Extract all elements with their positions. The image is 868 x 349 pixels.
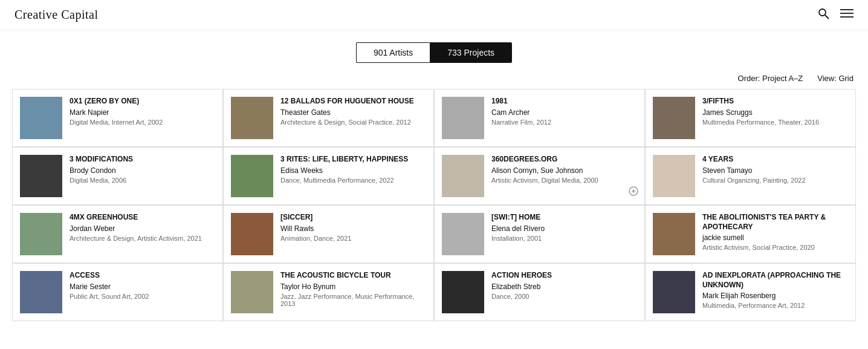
project-artist: Alison Cornyn, Sue Johnson: [491, 166, 637, 175]
project-card[interactable]: 12 BALLADS FOR HUGUENOT HOUSETheaster Ga…: [223, 89, 434, 147]
project-meta: Architecture & Design, Social Practice, …: [280, 119, 426, 126]
project-thumbnail: [20, 155, 62, 197]
project-card[interactable]: AD INEXPLORATA (APPROACHING THE UNKNOWN)…: [645, 263, 856, 321]
header-icons: [817, 7, 853, 22]
project-info: 1981Cam ArcherNarrative Film, 2012: [491, 97, 637, 126]
project-title: ACCESS: [70, 271, 215, 281]
project-info: 12 BALLADS FOR HUGUENOT HOUSETheaster Ga…: [280, 97, 426, 126]
project-meta: Narrative Film, 2012: [491, 119, 637, 126]
project-meta: Public Art, Sound Art, 2002: [70, 293, 215, 300]
project-thumbnail: [20, 97, 62, 139]
project-meta: Digital Media, Internet Art, 2002: [70, 119, 215, 126]
project-info: 0X1 (ZERO BY ONE)Mark NapierDigital Medi…: [70, 97, 215, 126]
project-info: THE ABOLITIONIST'S TEA PARTY & APOTHECAR…: [702, 213, 848, 251]
project-thumbnail: [231, 155, 273, 197]
project-thumbnail: [653, 271, 695, 313]
search-icon[interactable]: [817, 7, 829, 22]
logo: Creative Capital: [15, 8, 99, 22]
project-title: [SWI:T] HOME: [491, 213, 637, 223]
project-thumbnail: [653, 213, 695, 255]
project-card[interactable]: THE ABOLITIONIST'S TEA PARTY & APOTHECAR…: [645, 205, 856, 263]
project-artist: Steven Tamayo: [702, 166, 848, 175]
project-thumbnail: [442, 97, 484, 139]
project-meta: Multimedia, Performance Art, 2012: [702, 302, 848, 309]
menu-icon[interactable]: [840, 8, 853, 21]
project-info: 4 YEARSSteven TamayoCultural Organizing,…: [702, 155, 848, 184]
project-title: 12 BALLADS FOR HUGUENOT HOUSE: [280, 97, 426, 106]
project-title: AD INEXPLORATA (APPROACHING THE UNKNOWN): [702, 271, 848, 290]
project-info: 4MX GREENHOUSEJordan WeberArchitecture &…: [70, 213, 215, 242]
project-thumbnail: [231, 271, 273, 313]
project-title: THE ABOLITIONIST'S TEA PARTY & APOTHECAR…: [702, 213, 848, 232]
tab-artists[interactable]: 901 Artists: [356, 42, 430, 63]
toolbar: Order: Project A–Z View: Grid: [0, 74, 868, 89]
order-control[interactable]: Order: Project A–Z: [738, 74, 803, 83]
project-meta: Animation, Dance, 2021: [280, 235, 426, 242]
project-card[interactable]: 3 MODIFICATIONSBrody CondonDigital Media…: [12, 147, 223, 205]
project-thumbnail: [20, 271, 62, 313]
project-card[interactable]: 3 RITES: LIFE, LIBERTY, HAPPINESSEdisa W…: [223, 147, 434, 205]
project-title: 3 MODIFICATIONS: [70, 155, 215, 165]
project-info: 3/FIFTHSJames ScruggsMultimedia Performa…: [702, 97, 848, 126]
project-card[interactable]: 3/FIFTHSJames ScruggsMultimedia Performa…: [645, 89, 856, 147]
project-info: ACCESSMarie SesterPublic Art, Sound Art,…: [70, 271, 215, 300]
project-card[interactable]: 4MX GREENHOUSEJordan WeberArchitecture &…: [12, 205, 223, 263]
project-card[interactable]: [SICCER]Will RawlsAnimation, Dance, 2021: [223, 205, 434, 263]
project-thumbnail: [442, 155, 484, 197]
project-title: 3/FIFTHS: [702, 97, 848, 106]
project-title: 1981: [491, 97, 637, 106]
project-card[interactable]: 4 YEARSSteven TamayoCultural Organizing,…: [645, 147, 856, 205]
tab-bar: 901 Artists 733 Projects: [0, 30, 868, 74]
project-artist: James Scruggs: [702, 108, 848, 117]
project-info: [SWI:T] HOMEElena del RiveroInstallation…: [491, 213, 637, 242]
project-title: ACTION HEROES: [491, 271, 637, 281]
project-card[interactable]: THE ACOUSTIC BICYCLE TOURTaylor Ho Bynum…: [223, 263, 434, 321]
project-meta: Artistic Activism, Social Practice, 2020: [702, 244, 848, 251]
project-card[interactable]: 360DEGREES.ORGAlison Cornyn, Sue Johnson…: [434, 147, 645, 205]
project-meta: Jazz, Jazz Performance, Music Performanc…: [280, 293, 426, 307]
project-meta: Multimedia Performance, Theater, 2016: [702, 119, 848, 126]
project-title: 4 YEARS: [702, 155, 848, 165]
project-info: 360DEGREES.ORGAlison Cornyn, Sue Johnson…: [491, 155, 637, 184]
project-thumbnail: [653, 97, 695, 139]
project-thumbnail: [20, 213, 62, 255]
project-info: 3 RITES: LIFE, LIBERTY, HAPPINESSEdisa W…: [280, 155, 426, 184]
project-thumbnail: [231, 213, 273, 255]
project-artist: Jordan Weber: [70, 224, 215, 233]
project-meta: Installation, 2001: [491, 235, 637, 242]
tab-projects[interactable]: 733 Projects: [430, 42, 512, 63]
project-artist: Brody Condon: [70, 166, 215, 175]
project-title: [SICCER]: [280, 213, 426, 223]
project-thumbnail: [653, 155, 695, 197]
project-title: 4MX GREENHOUSE: [70, 213, 215, 223]
svg-line-1: [825, 15, 829, 19]
project-meta: Dance, Multimedia Performance, 2022: [280, 177, 426, 184]
view-control[interactable]: View: Grid: [817, 74, 853, 83]
project-meta: Dance, 2000: [491, 293, 637, 300]
header: Creative Capital: [0, 0, 868, 30]
project-card[interactable]: [SWI:T] HOMEElena del RiveroInstallation…: [434, 205, 645, 263]
project-card[interactable]: ACTION HEROESElizabeth StrebDance, 2000: [434, 263, 645, 321]
expand-icon[interactable]: [629, 186, 638, 198]
project-artist: Will Rawls: [280, 224, 426, 233]
project-info: [SICCER]Will RawlsAnimation, Dance, 2021: [280, 213, 426, 242]
project-artist: Mark Napier: [70, 108, 215, 117]
project-thumbnail: [442, 271, 484, 313]
project-artist: Edisa Weeks: [280, 166, 426, 175]
project-title: 0X1 (ZERO BY ONE): [70, 97, 215, 106]
project-info: THE ACOUSTIC BICYCLE TOURTaylor Ho Bynum…: [280, 271, 426, 307]
project-card[interactable]: 0X1 (ZERO BY ONE)Mark NapierDigital Medi…: [12, 89, 223, 147]
project-info: 3 MODIFICATIONSBrody CondonDigital Media…: [70, 155, 215, 184]
project-card[interactable]: ACCESSMarie SesterPublic Art, Sound Art,…: [12, 263, 223, 321]
project-card[interactable]: 1981Cam ArcherNarrative Film, 2012: [434, 89, 645, 147]
project-artist: Mark Elijah Rosenberg: [702, 292, 848, 300]
project-title: THE ACOUSTIC BICYCLE TOUR: [280, 271, 426, 281]
project-info: ACTION HEROESElizabeth StrebDance, 2000: [491, 271, 637, 300]
project-title: 3 RITES: LIFE, LIBERTY, HAPPINESS: [280, 155, 426, 165]
project-artist: Theaster Gates: [280, 108, 426, 117]
project-meta: Cultural Organizing, Painting, 2022: [702, 177, 848, 184]
project-artist: Cam Archer: [491, 108, 637, 117]
project-artist: Elena del Rivero: [491, 224, 637, 233]
project-artist: Taylor Ho Bynum: [280, 282, 426, 291]
project-meta: Artistic Activism, Digital Media, 2000: [491, 177, 637, 184]
